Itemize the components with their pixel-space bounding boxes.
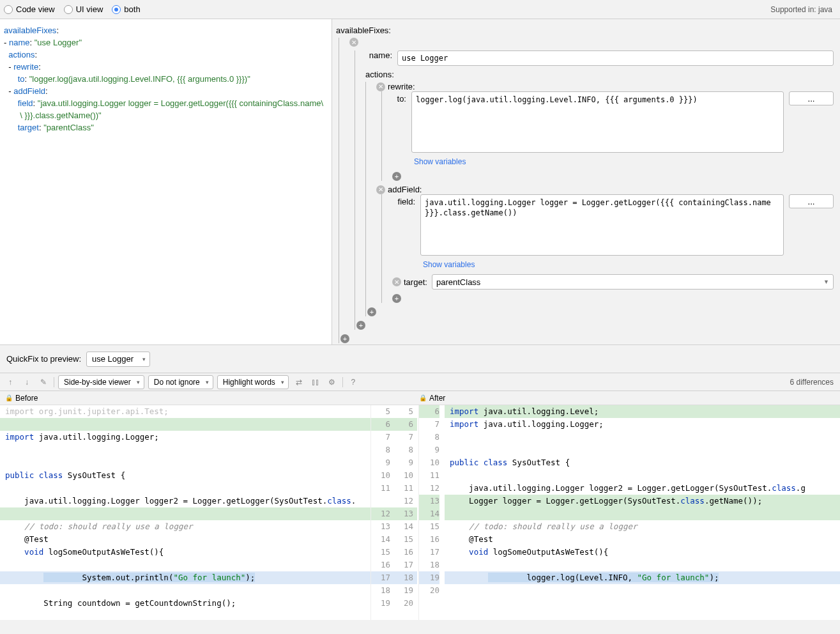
next-diff-icon[interactable]: ↓ (20, 376, 33, 389)
tree-root-label: availableFixes: (336, 26, 834, 35)
radio-label: Code view (16, 4, 55, 14)
code-line: // todo: should really use a logger (445, 520, 840, 533)
code-line (0, 507, 370, 520)
code-line: void logSomeOutputAsWeTest(){ (0, 546, 370, 559)
code-line (0, 584, 370, 597)
radio-ui-view[interactable]: UI view (64, 4, 103, 14)
yaml-key: actions (8, 50, 34, 59)
field-label-target: target: (404, 277, 432, 287)
code-line: import java.util.logging.Logger; (445, 418, 840, 431)
prev-diff-icon[interactable]: ↑ (4, 376, 17, 389)
radio-label: both (124, 4, 140, 14)
edit-icon[interactable]: ✎ (37, 376, 50, 389)
viewer-select[interactable]: Side-by-side viewer (58, 375, 144, 389)
help-icon[interactable]: ? (347, 376, 360, 389)
add-icon[interactable]: + (392, 172, 401, 181)
differences-count: 6 differences (790, 378, 837, 387)
delete-icon[interactable]: ✕ (376, 82, 385, 91)
expand-button[interactable]: ... (789, 194, 834, 208)
yaml-val: "logger.log(java.util.logging.Level.INFO… (29, 74, 250, 84)
yaml-val: "parentClass" (43, 123, 94, 132)
highlight-select[interactable]: Highlight words (217, 375, 289, 389)
diff-body: import org.junit.jupiter.api.Test; impor… (0, 405, 840, 620)
code-line: @Test (445, 533, 840, 546)
yaml-val: "use Logger" (34, 38, 82, 47)
delete-icon[interactable]: ✕ (376, 185, 385, 194)
code-line: import java.util.logging.Logger; (0, 431, 370, 444)
field-label-name: name: (365, 50, 397, 60)
target-select[interactable]: parentClass ▼ (432, 274, 834, 290)
code-line (445, 469, 840, 482)
radio-dot-icon (64, 5, 73, 14)
to-textarea[interactable]: logger.log(java.util.logging.Level.INFO,… (411, 91, 784, 153)
radio-code-view[interactable]: Code view (4, 4, 55, 14)
collapse-icon[interactable]: ⇄ (293, 376, 305, 389)
select-value: use Logger (92, 354, 134, 364)
code-line: String countdown = getCountdownString(); (0, 597, 370, 610)
field-label-field: field: (392, 194, 420, 206)
ui-view-panel: availableFixes: ✕ name: actions: (332, 19, 840, 344)
code-line (445, 584, 840, 597)
code-line: java.util.logging.Logger logger2 = Logge… (445, 482, 840, 495)
delete-icon[interactable]: ✕ (349, 38, 358, 47)
code-line (445, 431, 840, 444)
code-view-panel[interactable]: availableFixes: - name: "use Logger" act… (0, 19, 332, 344)
preview-bar: QuickFix to preview: use Logger (0, 345, 840, 373)
code-line: logger.log(Level.INFO, "Go for launch"); (445, 571, 840, 584)
code-line: Logger logger = Logger.getLogger(SysOutT… (445, 495, 840, 507)
code-line (445, 444, 840, 456)
node-label-rewrite: rewrite: (388, 82, 415, 91)
diff-toolbar: ↑ ↓ ✎ Side-by-side viewer Do not ignore … (0, 373, 840, 391)
lock-icon: 🔒 (419, 394, 427, 401)
expand-button[interactable]: ... (789, 91, 834, 105)
dash: - (4, 38, 9, 47)
code-line: public class SysOutTest { (0, 469, 370, 482)
diff-headers: 🔒 Before 🔒 After (0, 391, 840, 405)
sync-scroll-icon[interactable]: ⫿⫿ (309, 376, 322, 389)
code-line: @Test (0, 533, 370, 546)
fix-tree: availableFixes: ✕ name: actions: (336, 26, 834, 343)
select-value: Highlight words (223, 378, 275, 387)
select-value: parentClass (436, 277, 480, 287)
ignore-select[interactable]: Do not ignore (148, 375, 213, 389)
settings-icon[interactable]: ⚙ (326, 376, 339, 389)
add-icon[interactable]: + (356, 321, 365, 330)
before-editor[interactable]: import org.junit.jupiter.api.Test; impor… (0, 405, 370, 620)
after-editor[interactable]: 67891011121314151617181920 import java.u… (419, 405, 840, 620)
code-line (0, 559, 370, 571)
select-value: Do not ignore (154, 378, 200, 387)
field-textarea[interactable]: java.util.logging.Logger logger = Logger… (420, 194, 784, 256)
upper-split: availableFixes: - name: "use Logger" act… (0, 19, 840, 345)
code-line (445, 507, 840, 520)
gutter-center: 5566778899101011111212131314141515161617… (370, 405, 419, 620)
supported-in-label: Supported in: java (770, 5, 836, 14)
yaml-val: "java.util.logging.Logger logger = Logge… (38, 98, 323, 108)
yaml-key: field (18, 98, 33, 108)
yaml-key: target (18, 123, 39, 132)
code-line: import org.junit.jupiter.api.Test; (0, 405, 370, 418)
radio-label: UI view (76, 4, 103, 14)
after-header: After (429, 394, 445, 403)
code-line: System.out.println("Go for launch"); (0, 571, 370, 584)
chevron-down-icon: ▼ (823, 279, 829, 285)
add-icon[interactable]: + (392, 294, 401, 303)
yaml-key: availableFixes (4, 26, 56, 35)
delete-icon[interactable]: ✕ (392, 277, 401, 286)
name-input[interactable] (397, 50, 834, 66)
view-mode-toolbar: Code view UI view both Supported in: jav… (0, 0, 840, 19)
node-label-addfield: addField: (388, 185, 422, 194)
radio-dot-icon (4, 5, 13, 14)
radio-both[interactable]: both (112, 4, 140, 14)
code-line (0, 482, 370, 495)
show-variables-link[interactable]: Show variables (414, 157, 466, 166)
add-icon[interactable]: + (367, 307, 376, 316)
yaml-key: to (18, 74, 25, 84)
yaml-key: name (9, 38, 30, 47)
field-label-to: to: (392, 91, 411, 104)
code-line: java.util.logging.Logger logger2 = Logge… (0, 495, 370, 507)
code-line (445, 559, 840, 571)
show-variables-link[interactable]: Show variables (423, 260, 475, 269)
preview-select[interactable]: use Logger (86, 352, 150, 367)
code-line: // todo: should really use a logger (0, 520, 370, 533)
add-icon[interactable]: + (340, 334, 349, 343)
